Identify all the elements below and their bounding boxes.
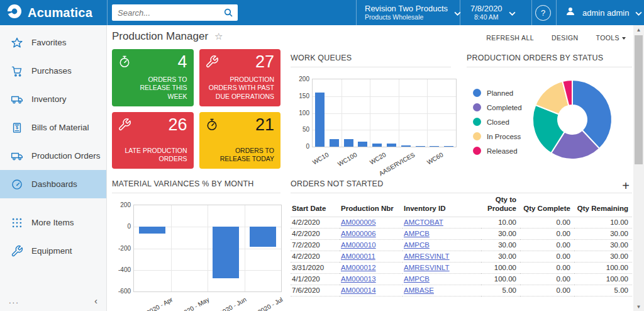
- date-switcher[interactable]: 7/8/2020 8:40 AM: [470, 0, 516, 25]
- sidebar-item-label: Production Orders: [31, 151, 101, 161]
- record-link[interactable]: AM000011: [341, 252, 375, 260]
- table-cell: 3/31/2020: [291, 262, 340, 273]
- header-divider: [556, 0, 557, 25]
- orders-by-status-widget: PRODUCTION ORDERS BY STATUS PlannedCompl…: [467, 54, 632, 172]
- record-link[interactable]: AM000005: [341, 218, 376, 226]
- sidebar-item-bills-of-material[interactable]: $Bills of Material: [0, 113, 106, 142]
- sidebar-item-inventory[interactable]: Inventory: [0, 85, 106, 113]
- sidebar-item-purchases[interactable]: Purchases: [0, 57, 106, 85]
- truck-icon: [11, 150, 23, 162]
- x-axis-label: 2020 - Jun: [206, 296, 247, 311]
- record-link[interactable]: AMPCB: [404, 241, 430, 249]
- record-link[interactable]: AM000014: [341, 286, 376, 294]
- sidebar-item-label: Favorites: [31, 38, 67, 47]
- tenant-branch: Products Wholesale: [365, 13, 448, 21]
- sidebar-item-label: More Items: [31, 218, 74, 227]
- record-link[interactable]: AM000012: [341, 264, 376, 271]
- record-link[interactable]: AM000013: [341, 275, 376, 283]
- wrench-icon: [205, 55, 219, 71]
- table-cell: 30.00: [481, 251, 520, 262]
- table-cell: AMPCB: [402, 228, 481, 239]
- tools-button[interactable]: TOOLS: [596, 34, 626, 42]
- scroll-up-icon[interactable]: ▲: [633, 25, 644, 34]
- column-header[interactable]: Production Nbr: [340, 193, 402, 217]
- scrollbar-thumb[interactable]: [635, 35, 643, 164]
- user-menu[interactable]: admin admin: [565, 0, 642, 25]
- record-link[interactable]: AMRESVINLT: [404, 264, 450, 271]
- table-cell: AM000013: [340, 273, 402, 285]
- column-header[interactable]: Qty Complete: [520, 193, 574, 217]
- y-axis-tick: 0: [291, 143, 309, 150]
- record-link[interactable]: AM000010: [341, 241, 376, 249]
- kpi-tile[interactable]: 26LATE PRODUCTION ORDERS: [112, 112, 194, 169]
- x-axis-label: 2020 - May: [169, 296, 210, 311]
- stopwatch-icon: [205, 118, 219, 134]
- search-box[interactable]: [112, 4, 238, 21]
- grid-icon: [11, 217, 23, 229]
- bar: [250, 227, 276, 247]
- help-button[interactable]: ?: [535, 0, 551, 25]
- business-time: 8:40 AM: [470, 13, 502, 21]
- add-order-icon[interactable]: +: [622, 179, 630, 192]
- record-link[interactable]: AMBASE: [404, 286, 434, 294]
- kpi-tile[interactable]: 4ORDERS TO RELEASE THIS WEEK: [112, 49, 194, 106]
- sidebar-item-equipment[interactable]: Equipment: [0, 237, 106, 265]
- sidebar-item-label: Bills of Material: [31, 123, 89, 132]
- vertical-scrollbar[interactable]: ▲ ▼: [633, 25, 644, 311]
- table-row: 4/2/2020AM000005AMCTOBAT10.000.0010.00: [291, 217, 632, 228]
- table-cell: 30.00: [574, 228, 632, 239]
- y-axis-tick: 50: [291, 126, 309, 133]
- table-cell: 100.00: [481, 273, 520, 285]
- collapse-sidebar-icon[interactable]: ‹: [94, 295, 97, 306]
- record-link[interactable]: AMRESVINLT: [404, 252, 450, 260]
- dashboard-actions: REFRESH ALL DESIGN TOOLS: [486, 34, 626, 42]
- bill-icon: $: [11, 122, 23, 134]
- table-cell: AM000006: [340, 228, 402, 239]
- design-button[interactable]: DESIGN: [552, 34, 579, 42]
- x-axis-label: 2020 - Apr: [132, 296, 174, 311]
- favorite-star-icon[interactable]: ☆: [214, 31, 223, 42]
- scroll-down-icon[interactable]: ▼: [633, 302, 644, 311]
- table-cell: AMPCB: [402, 239, 481, 251]
- tenant-switcher[interactable]: Revision Two Products Products Wholesale: [365, 0, 461, 25]
- column-header[interactable]: Inventory ID: [402, 193, 481, 217]
- table-cell: 5.00: [481, 285, 520, 296]
- column-header[interactable]: Qty to Produce: [481, 193, 520, 217]
- bar: [330, 139, 339, 147]
- bar: [213, 227, 239, 278]
- kpi-tile[interactable]: 21ORDERS TO RELEASE TODAY: [199, 112, 281, 169]
- work-queues-chart: 200150100500WC10WC100WC20AASERVICESWC60: [291, 54, 451, 172]
- sidebar-item-more-items[interactable]: More Items: [0, 208, 106, 237]
- table-cell: AMPCB: [402, 273, 481, 285]
- sidebar-item-production-orders[interactable]: Production Orders: [0, 142, 106, 170]
- bar: [401, 145, 411, 147]
- sidebar-item-label: Inventory: [31, 94, 67, 104]
- gauge-icon: [11, 178, 23, 191]
- table-cell: 5.00: [574, 285, 632, 296]
- brand[interactable]: Acumatica: [6, 0, 92, 25]
- orders-not-started-widget: ORDERS NOT STARTED + Start DateProductio…: [291, 179, 632, 311]
- refresh-all-button[interactable]: REFRESH ALL: [486, 34, 534, 42]
- table-cell: 10.00: [481, 217, 520, 228]
- kpi-tiles: 4ORDERS TO RELEASE THIS WEEK27PRODUCTION…: [112, 49, 280, 169]
- kpi-tile[interactable]: 27PRODUCTION ORDERS WITH PAST DUE OPERAT…: [199, 49, 281, 106]
- y-axis-tick: 200: [112, 201, 131, 208]
- table-cell: 100.00: [574, 262, 632, 273]
- column-header[interactable]: Qty Remaining: [574, 193, 632, 217]
- record-link[interactable]: AM000006: [341, 230, 376, 237]
- business-date: 7/8/2020: [470, 4, 502, 14]
- sidebar-item-dashboards[interactable]: Dashboards: [0, 170, 106, 198]
- star-icon: [11, 37, 23, 49]
- record-link[interactable]: AMPCB: [404, 275, 430, 283]
- column-header[interactable]: Start Date: [291, 193, 340, 217]
- record-link[interactable]: AMCTOBAT: [404, 218, 443, 226]
- table-cell: AM000010: [340, 239, 402, 251]
- search-input[interactable]: [112, 8, 219, 18]
- bar: [358, 142, 367, 147]
- more-options-icon[interactable]: ...: [9, 296, 19, 305]
- record-link[interactable]: AMPCB: [404, 230, 430, 237]
- search-icon[interactable]: [219, 8, 238, 18]
- sidebar-item-favorites[interactable]: Favorites: [0, 28, 106, 57]
- sidebar-footer: ... ‹: [9, 295, 97, 306]
- table-cell: AM000005: [340, 217, 402, 228]
